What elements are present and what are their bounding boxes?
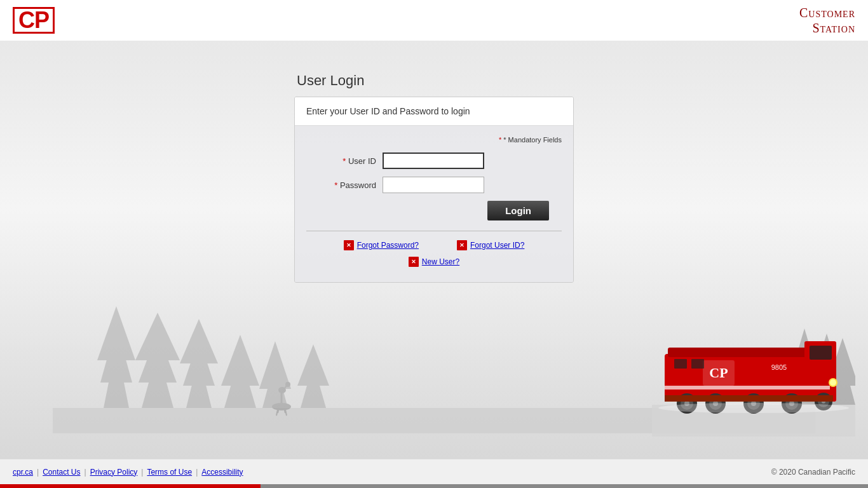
login-instruction: Enter your User ID and Password to login bbox=[295, 97, 573, 126]
new-user-item: New User? bbox=[409, 257, 459, 267]
svg-rect-41 bbox=[674, 359, 687, 369]
footer-links: cpr.ca | Contact Us | Privacy Policy | T… bbox=[13, 468, 243, 477]
login-form-body: * * Mandatory Fields * User ID * Passwor bbox=[295, 126, 573, 282]
svg-text:CP: CP bbox=[709, 365, 728, 381]
svg-marker-9 bbox=[180, 319, 218, 363]
svg-point-20 bbox=[285, 382, 290, 387]
svg-rect-59 bbox=[665, 395, 833, 402]
contact-link[interactable]: Contact Us bbox=[43, 468, 80, 477]
svg-marker-3 bbox=[97, 306, 135, 360]
forgot-userid-item: Forgot User ID? bbox=[457, 240, 524, 250]
svg-rect-33 bbox=[668, 348, 827, 357]
svg-point-60 bbox=[658, 403, 849, 413]
svg-rect-42 bbox=[691, 359, 704, 369]
login-panel: User Login Enter your User ID and Passwo… bbox=[294, 72, 574, 283]
new-user-row: New User? bbox=[306, 257, 562, 267]
userid-label: * User ID bbox=[306, 156, 383, 166]
userid-input[interactable] bbox=[383, 152, 484, 169]
main-content: CP 9805 bbox=[0, 41, 868, 459]
accessibility-link[interactable]: Accessibility bbox=[201, 468, 243, 477]
terms-link[interactable]: Terms of Use bbox=[147, 468, 192, 477]
svg-point-16 bbox=[272, 403, 291, 410]
login-button[interactable]: Login bbox=[487, 201, 549, 220]
password-row: * Password bbox=[306, 177, 562, 193]
forgot-password-item: Forgot Password? bbox=[344, 240, 419, 250]
cpr-link[interactable]: cpr.ca bbox=[13, 468, 33, 477]
svg-marker-13 bbox=[259, 341, 291, 389]
footer: cpr.ca | Contact Us | Privacy Policy | T… bbox=[0, 459, 868, 484]
divider bbox=[306, 231, 562, 231]
svg-marker-6 bbox=[135, 313, 180, 360]
forgot-password-link[interactable]: Forgot Password? bbox=[357, 241, 419, 250]
cp-logo: CP bbox=[13, 7, 55, 34]
bottom-bar bbox=[0, 484, 868, 488]
password-input[interactable] bbox=[383, 177, 484, 193]
forgot-userid-link[interactable]: Forgot User ID? bbox=[470, 241, 524, 250]
copyright: © 2020 Canadian Pacific bbox=[771, 468, 855, 477]
svg-text:9805: 9805 bbox=[771, 363, 787, 371]
dots-decoration bbox=[307, 411, 561, 424]
password-label: * Password bbox=[306, 180, 383, 190]
forgot-password-icon bbox=[344, 240, 354, 250]
forgot-links-row: Forgot Password? Forgot User ID? bbox=[306, 240, 562, 250]
userid-row: * User ID bbox=[306, 152, 562, 169]
svg-rect-43 bbox=[665, 386, 830, 390]
svg-marker-11 bbox=[221, 335, 259, 386]
train-illustration: CP 9805 bbox=[652, 284, 855, 437]
button-row: Login bbox=[306, 201, 562, 220]
header: CP Customer Station bbox=[0, 0, 868, 41]
forgot-userid-icon bbox=[457, 240, 467, 250]
customer-station-title: Customer Station bbox=[799, 5, 855, 36]
svg-marker-15 bbox=[297, 344, 329, 386]
new-user-link[interactable]: New User? bbox=[422, 257, 459, 266]
svg-point-37 bbox=[830, 379, 836, 386]
privacy-link[interactable]: Privacy Policy bbox=[90, 468, 138, 477]
page-title: User Login bbox=[294, 72, 574, 89]
mandatory-note: * * Mandatory Fields bbox=[306, 136, 562, 144]
login-box: Enter your User ID and Password to login… bbox=[294, 97, 574, 283]
page-wrapper: CP Customer Station bbox=[0, 0, 868, 488]
new-user-icon bbox=[409, 257, 419, 267]
svg-rect-35 bbox=[810, 346, 832, 360]
